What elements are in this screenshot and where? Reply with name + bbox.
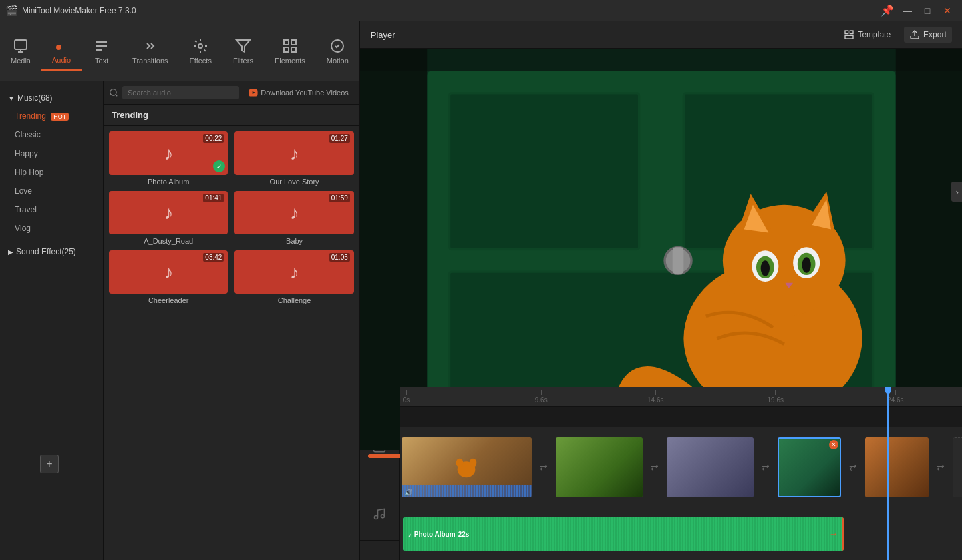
music-note-icon: ♪ xyxy=(290,202,299,224)
svg-rect-3 xyxy=(291,40,296,45)
music-card-baby[interactable]: ♪ 01:59 Baby xyxy=(234,191,353,245)
music-note-icon: ♪ xyxy=(164,262,173,283)
add-video-track-button[interactable]: + xyxy=(40,455,59,473)
sidebar-item-trending[interactable]: Trending HOT xyxy=(0,107,103,125)
svg-rect-9 xyxy=(850,31,854,34)
selected-check: ✓ xyxy=(213,160,225,172)
search-icon xyxy=(109,88,118,97)
music-card-photo-album[interactable]: ♪ 00:22 ✓ Photo Album xyxy=(109,131,228,186)
maximize-button[interactable]: □ xyxy=(918,1,937,20)
sidebar-item-vlog[interactable]: Vlog xyxy=(0,219,103,238)
toolbar-text[interactable]: Text xyxy=(82,33,122,70)
ruler-19s: 19.6s xyxy=(768,390,784,404)
track-duration: 01:27 xyxy=(329,134,350,143)
search-input[interactable] xyxy=(122,86,239,99)
side-panel-toggle[interactable]: › xyxy=(951,182,962,202)
track-duration: 01:59 xyxy=(329,194,350,202)
video-clip-3[interactable] xyxy=(667,437,754,497)
timeline-tracks[interactable]: 0s 9.6s 14.6s 19.6s xyxy=(400,387,962,560)
svg-point-29 xyxy=(760,260,769,276)
track-name: Photo Album xyxy=(109,178,228,186)
music-panel: Download YouTube Videos Trending ♪ 00:22… xyxy=(104,81,359,560)
svg-rect-35 xyxy=(360,49,962,71)
svg-rect-5 xyxy=(284,47,289,52)
toolbar-media[interactable]: Media xyxy=(0,33,41,70)
audio-track: ♪ Photo Album 22s → xyxy=(400,507,962,560)
svg-point-7 xyxy=(110,89,116,95)
left-content: ▼ Music(68) Trending HOT Classic Happy H xyxy=(0,81,359,560)
minimize-button[interactable]: — xyxy=(898,1,917,20)
toolbar-transitions[interactable]: Transitions xyxy=(122,33,178,70)
video-clip-1[interactable]: 🔊 xyxy=(402,437,532,497)
svg-point-1 xyxy=(198,44,202,48)
transition-3[interactable]: ⇄ xyxy=(755,437,776,497)
sidebar-item-happy[interactable]: Happy xyxy=(0,144,103,163)
close-button[interactable]: ✕ xyxy=(938,1,957,20)
hot-badge: HOT xyxy=(51,113,69,121)
app-title: MiniTool MovieMaker Free 7.3.0 xyxy=(22,6,136,15)
music-card-our-love[interactable]: ♪ 01:27 Our Love Story xyxy=(234,131,353,186)
track-name: A_Dusty_Road xyxy=(109,237,228,245)
template-icon xyxy=(844,29,854,40)
template-button[interactable]: Template xyxy=(838,27,896,43)
timeline-ruler: 0s 9.6s 14.6s 19.6s xyxy=(400,387,962,407)
svg-rect-18 xyxy=(672,247,683,274)
audio-clip-photo-album[interactable]: ♪ Photo Album 22s → xyxy=(403,517,844,551)
music-search-bar: Download YouTube Videos xyxy=(104,81,359,105)
svg-rect-4 xyxy=(291,47,296,52)
music-grid: ♪ 00:22 ✓ Photo Album ♪ 01:27 Our Lov xyxy=(104,126,359,560)
svg-rect-10 xyxy=(845,35,853,39)
track-duration: 03:42 xyxy=(203,253,224,262)
audio-note-icon: ♪ xyxy=(408,531,412,538)
toolbar-elements[interactable]: Elements xyxy=(264,33,316,70)
audio-clip-end xyxy=(842,517,844,551)
pin-button[interactable]: 📌 xyxy=(878,1,897,20)
timeline: ↩ ↪ 🗑 ✂ ⊞ − + xyxy=(360,362,962,560)
sidebar-item-love[interactable]: Love xyxy=(0,182,103,200)
sidebar-item-classic[interactable]: Classic xyxy=(0,125,103,144)
title-bar: 🎬 MiniTool MovieMaker Free 7.3.0 📌 — □ ✕ xyxy=(0,0,962,21)
toolbar-motion[interactable]: Motion xyxy=(316,33,359,70)
svg-rect-2 xyxy=(284,40,289,45)
empty-clip[interactable] xyxy=(953,437,962,497)
expand-arrow: ▼ xyxy=(8,95,15,102)
sound-effect-header[interactable]: ▶ Sound Effect(25) xyxy=(0,243,103,260)
window-controls: 📌 — □ ✕ xyxy=(878,1,957,20)
music-note-icon: ♪ xyxy=(290,262,299,283)
sound-effect-section: ▶ Sound Effect(25) xyxy=(0,240,103,263)
music-card-dusty-road[interactable]: ♪ 01:41 A_Dusty_Road xyxy=(109,191,228,245)
main-layout: Media Audio Text Transitions Effects xyxy=(0,21,962,560)
youtube-icon xyxy=(249,88,258,97)
svg-point-40 xyxy=(381,514,385,517)
toolbar-effects[interactable]: Effects xyxy=(179,33,222,70)
download-youtube-button[interactable]: Download YouTube Videos xyxy=(243,85,354,100)
transition-4[interactable]: ⇄ xyxy=(842,437,864,497)
transition-5[interactable]: ⇄ xyxy=(930,437,951,497)
sidebar-item-travel[interactable]: Travel xyxy=(0,200,103,219)
track-duration: 01:05 xyxy=(329,253,350,262)
app-icon: 🎬 xyxy=(5,5,18,17)
music-row-2: ♪ 01:41 A_Dusty_Road ♪ 01:59 Baby xyxy=(109,191,354,245)
video-clip-5[interactable] xyxy=(865,437,929,497)
music-note-icon: ♪ xyxy=(290,143,299,164)
ruler-0s: 0s xyxy=(403,390,410,404)
sidebar-item-hiphop[interactable]: Hip Hop xyxy=(0,163,103,182)
audio-track-label xyxy=(360,487,399,541)
music-section-header[interactable]: ▼ Music(68) xyxy=(0,89,103,107)
video-clip-2[interactable] xyxy=(556,437,643,497)
transition-1[interactable]: ⇄ xyxy=(533,437,554,497)
export-button[interactable]: Export xyxy=(904,27,952,43)
video-track: 🔊 ⇄ ⇄ ⇄ xyxy=(400,427,962,507)
music-row-3: ♪ 03:42 Cheerleader ♪ 01:05 Challenge xyxy=(109,250,354,304)
toolbar-filters[interactable]: Filters xyxy=(222,33,264,70)
video-clip-4[interactable]: ✕ xyxy=(778,437,841,497)
music-card-challenge[interactable]: ♪ 01:05 Challenge xyxy=(234,250,353,304)
music-section: ▼ Music(68) Trending HOT Classic Happy H xyxy=(0,87,103,240)
transition-2[interactable]: ⇄ xyxy=(644,437,665,497)
music-card-cheerleader[interactable]: ♪ 03:42 Cheerleader xyxy=(109,250,228,304)
player-actions: Template Export xyxy=(838,27,951,43)
toolbar-audio[interactable]: Audio xyxy=(41,32,82,71)
svg-rect-0 xyxy=(15,40,27,49)
playhead[interactable] xyxy=(887,387,889,560)
clip-remove-button[interactable]: ✕ xyxy=(829,440,838,449)
